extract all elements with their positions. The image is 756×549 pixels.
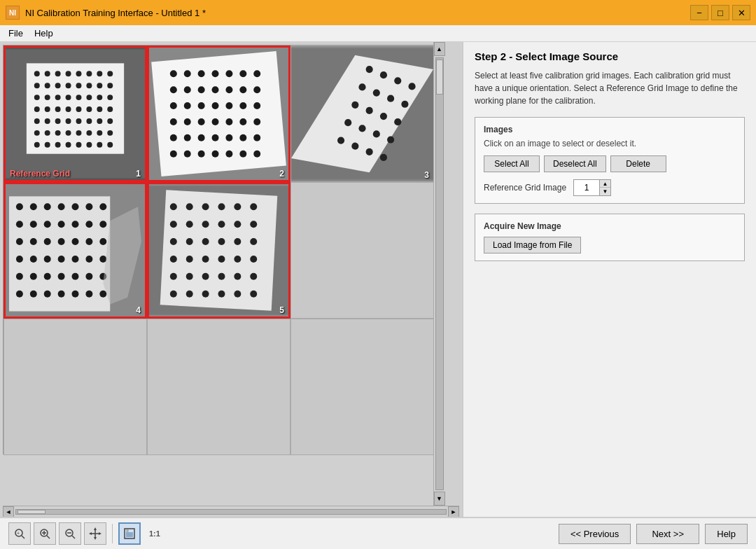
help-button[interactable]: Help	[705, 524, 748, 544]
grid-cell-3[interactable]: 3	[290, 46, 434, 182]
svg-point-154	[16, 273, 23, 280]
svg-point-100	[239, 151, 246, 158]
menu-file[interactable]: File	[3, 27, 29, 40]
image-view-button[interactable]	[118, 522, 141, 545]
svg-point-12	[55, 83, 61, 88]
svg-point-186	[218, 238, 225, 245]
svg-point-174	[218, 203, 225, 210]
svg-point-91	[212, 134, 219, 141]
svg-point-80	[253, 102, 260, 109]
cell-label-3: 3	[424, 170, 429, 180]
svg-point-22	[76, 95, 81, 100]
svg-point-48	[97, 130, 102, 136]
svg-point-132	[99, 203, 106, 210]
svg-point-198	[218, 273, 225, 280]
grid-cell-6[interactable]	[290, 182, 434, 319]
title-bar: NI NI Calibration Training Interface - U…	[0, 0, 756, 25]
svg-point-46	[76, 130, 81, 136]
spinner-up-button[interactable]: ▲	[599, 180, 610, 188]
svg-point-178	[186, 221, 193, 228]
svg-point-111	[401, 101, 408, 108]
reference-grid-input[interactable]	[574, 180, 599, 195]
svg-point-193	[234, 256, 241, 263]
svg-point-29	[66, 106, 71, 112]
zoom-in-button[interactable]	[34, 522, 56, 545]
svg-point-114	[380, 113, 387, 120]
svg-point-39	[86, 118, 92, 124]
cell-label-1: 1	[136, 169, 141, 179]
scroll-thumb[interactable]	[436, 60, 443, 95]
load-image-button[interactable]: Load Image from File	[484, 237, 581, 253]
svg-point-49	[107, 130, 113, 136]
grid-cell-2[interactable]: 2	[147, 46, 290, 182]
grid-cell-5[interactable]: 5	[147, 182, 290, 319]
select-all-button[interactable]: Select All	[484, 155, 540, 172]
svg-point-26	[34, 106, 40, 112]
svg-point-34	[34, 118, 40, 124]
hscroll-thumb[interactable]	[18, 510, 46, 514]
svg-point-84	[212, 118, 219, 125]
spinner-down-button[interactable]: ▼	[599, 188, 610, 195]
svg-point-156	[44, 273, 51, 280]
svg-point-165	[72, 291, 79, 298]
scroll-left-button[interactable]: ◄	[3, 506, 14, 517]
grid-cell-9[interactable]	[290, 319, 434, 455]
svg-point-78	[225, 102, 232, 109]
zoom-out-button[interactable]	[59, 522, 81, 545]
toolbar-separator	[112, 524, 113, 543]
scroll-right-button[interactable]: ►	[448, 506, 459, 517]
close-button[interactable]: ✕	[732, 5, 750, 20]
grid-cell-4[interactable]: 4	[4, 182, 147, 319]
svg-point-52	[55, 142, 61, 148]
svg-point-11	[45, 83, 50, 88]
svg-point-150	[58, 256, 65, 263]
cell-image-2	[149, 48, 288, 180]
next-button[interactable]: Next >>	[636, 524, 699, 544]
menu-help[interactable]: Help	[29, 27, 59, 40]
svg-point-138	[85, 221, 92, 228]
menu-bar: File Help	[0, 25, 756, 42]
svg-point-15	[86, 83, 92, 88]
svg-point-161	[16, 291, 23, 298]
horizontal-scrollbar: ◄ ►	[3, 506, 459, 517]
cell-label-2: 2	[279, 169, 284, 179]
grid-cell-1[interactable]: Reference Grid 1	[4, 46, 147, 182]
svg-point-30	[76, 106, 81, 112]
svg-point-25	[107, 95, 113, 100]
svg-point-71	[225, 86, 232, 93]
previous-button[interactable]: << Previous	[559, 524, 631, 544]
svg-marker-217	[94, 527, 97, 530]
scale-indicator: 1:1	[149, 529, 160, 538]
svg-point-68	[184, 86, 191, 93]
grid-cell-7[interactable]	[4, 319, 147, 455]
svg-point-75	[184, 102, 191, 109]
delete-button[interactable]: Delete	[610, 155, 666, 172]
svg-point-73	[253, 86, 260, 93]
svg-point-167	[99, 291, 106, 298]
svg-point-191	[202, 256, 209, 263]
svg-point-110	[387, 95, 394, 102]
svg-point-97	[198, 151, 205, 158]
maximize-button[interactable]: □	[711, 5, 729, 20]
svg-rect-222	[126, 532, 133, 537]
minimize-button[interactable]: −	[690, 5, 708, 20]
svg-point-89	[184, 134, 191, 141]
image-main: Reference Grid 1	[0, 42, 462, 517]
pan-button[interactable]	[84, 522, 106, 545]
deselect-all-button[interactable]: Deselect All	[544, 155, 606, 172]
svg-point-2	[34, 71, 40, 76]
scroll-down-button[interactable]: ▼	[434, 492, 445, 506]
svg-point-141	[30, 238, 37, 245]
scroll-up-button[interactable]: ▲	[434, 42, 445, 56]
svg-point-197	[202, 273, 209, 280]
zoom-in-icon	[38, 527, 51, 540]
grid-cell-8[interactable]	[147, 319, 290, 455]
svg-point-86	[239, 118, 246, 125]
cell-image-1	[6, 48, 145, 180]
zoom-fit-button[interactable]: +	[8, 522, 31, 545]
svg-point-177	[170, 221, 177, 228]
images-group: Images Click on an image to select or de…	[475, 117, 745, 204]
svg-point-40	[97, 118, 102, 124]
toolbar-left: +	[8, 522, 160, 545]
svg-point-199	[234, 273, 241, 280]
